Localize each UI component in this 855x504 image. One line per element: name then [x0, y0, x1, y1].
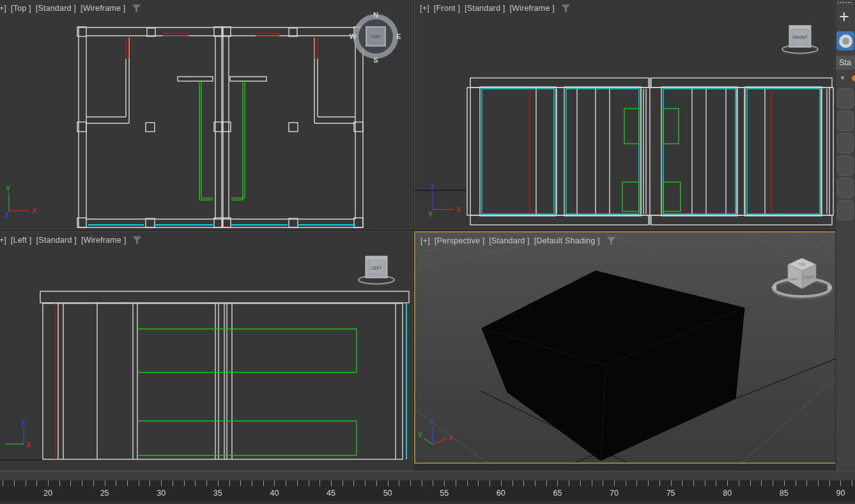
viewport-menu-general[interactable]: [+] [0, 236, 6, 245]
timeline-tick [388, 480, 389, 486]
timeline-tick [26, 480, 26, 486]
timeline-tick [433, 480, 433, 486]
viewport-menu-pov[interactable]: [Front ] [434, 4, 460, 13]
timeline-tick [818, 480, 819, 486]
timeline-tick [263, 480, 264, 486]
timeline-tick [626, 480, 626, 486]
timeline-tick [796, 480, 796, 486]
viewport-menu-renderer[interactable]: [Standard ] [36, 4, 76, 13]
viewport-top[interactable]: YXZ [+] [Top ] [Standard ] [Wireframe ] … [0, 0, 413, 229]
orange-dot-icon [852, 75, 855, 81]
timeline-frame-label: 70 [610, 489, 619, 498]
viewcube-face-label: TOP [371, 34, 381, 39]
timeline-tick [48, 480, 49, 486]
timeline-tick [82, 480, 82, 486]
viewport-menu-renderer[interactable]: [Standard ] [489, 236, 529, 245]
timeline-tick [14, 480, 15, 486]
viewport-menu-renderer[interactable]: [Standard ] [36, 236, 77, 245]
panel-object-button[interactable] [837, 133, 854, 153]
viewcube-compass[interactable]: TOP N E S W [348, 9, 403, 64]
timeline-tick [693, 480, 694, 486]
viewcube-top-label: TOP [799, 263, 806, 266]
viewport-menu-pov[interactable]: [Top ] [11, 4, 31, 13]
viewport-top-label: [+] [Top ] [Standard ] [Wireframe ] [0, 4, 141, 13]
svg-text:Z: Z [21, 418, 26, 426]
timeline-tick [399, 480, 399, 486]
filter-funnel-icon[interactable] [606, 237, 616, 245]
panel-object-button[interactable] [837, 88, 854, 109]
compass-west-label[interactable]: W [350, 33, 357, 40]
viewport-left[interactable]: ZX [+] [Left ] [Standard ] [Wireframe ] … [0, 231, 413, 471]
active-tool-button[interactable] [836, 31, 854, 50]
panel-object-button[interactable] [837, 200, 854, 220]
timeline-tick [150, 480, 150, 486]
viewport-menu-renderer[interactable]: [Standard ] [465, 4, 505, 13]
svg-text:X: X [32, 207, 37, 215]
timeline-tick [580, 480, 581, 486]
timeline-tick [557, 480, 558, 486]
chevron-down-icon: ▼ [840, 75, 845, 81]
timeline-tick [229, 480, 230, 486]
timeline-tick [218, 480, 219, 486]
viewcube-face-label: FRONT [793, 35, 807, 40]
svg-text:Y: Y [428, 210, 433, 218]
filter-funnel-icon[interactable] [561, 4, 571, 12]
timeline-ruler[interactable]: 202530354045505560657075808590 [0, 480, 855, 504]
panel-object-button[interactable] [837, 155, 854, 176]
viewport-menu-pov[interactable]: [Perspective ] [435, 236, 485, 245]
timeline-tick [535, 480, 535, 486]
svg-text:Z: Z [429, 418, 433, 425]
application-window: YXZ [+] [Top ] [Standard ] [Wireframe ] … [0, 0, 855, 504]
timeline-frame-label: 90 [836, 489, 845, 498]
viewcube-3d[interactable]: TOP LEFT FRONT [764, 244, 836, 303]
rollout-header[interactable]: ▼ [836, 70, 855, 86]
panel-drag-handle[interactable] [838, 2, 853, 3]
timeline: 202530354045505560657075808590 [0, 471, 855, 504]
filter-funnel-icon[interactable] [132, 4, 141, 12]
viewport-menu-general[interactable]: [+] [420, 4, 429, 13]
timeline-tick [353, 480, 354, 486]
timeline-tick [806, 480, 807, 486]
timeline-tick [59, 480, 60, 486]
timeline-tick [105, 480, 105, 486]
timeline-tick [569, 480, 569, 486]
viewport-menu-general[interactable]: [+] [420, 236, 430, 245]
timeline-tick [274, 480, 275, 486]
filter-funnel-icon[interactable] [132, 236, 142, 244]
timeline-frame-label: 75 [666, 489, 675, 498]
viewport-menu-shading[interactable]: [Default Shading ] [534, 236, 600, 245]
panel-object-button[interactable] [837, 111, 854, 131]
circle-icon [839, 34, 852, 48]
viewport-menu-shading[interactable]: [Wireframe ] [81, 236, 126, 245]
viewport-menu-shading[interactable]: [Wireframe ] [509, 4, 554, 13]
viewport-menu-shading[interactable]: [Wireframe ] [81, 4, 125, 13]
compass-north-label[interactable]: N [373, 11, 378, 19]
timeline-tick [478, 480, 479, 486]
viewport-menu-pov[interactable]: [Left ] [11, 236, 32, 245]
viewport-front[interactable]: ZXY [+] [Front ] [Standard ] [Wireframe … [414, 0, 835, 229]
timeline-tick [206, 480, 207, 486]
timeline-tick [829, 480, 830, 486]
track-bar[interactable] [0, 471, 855, 480]
category-dropdown[interactable]: Sta [836, 56, 855, 70]
timeline-frame-label: 45 [327, 489, 335, 498]
panel-object-button[interactable] [837, 178, 854, 198]
timeline-tick [365, 480, 366, 486]
timeline-frame-label: 80 [723, 489, 732, 498]
svg-text:Y: Y [418, 432, 422, 439]
viewport-front-label: [+] [Front ] [Standard ] [Wireframe ] [420, 4, 571, 13]
viewport-perspective[interactable]: ZXY [+] [Perspective ] [Standard ] [Defa… [414, 231, 836, 464]
timeline-tick [636, 480, 637, 486]
timeline-tick [93, 480, 94, 486]
timeline-tick [320, 480, 320, 486]
compass-south-label[interactable]: S [373, 56, 378, 64]
viewcube-front[interactable]: FRONT [765, 23, 835, 56]
plus-icon[interactable]: + [836, 6, 855, 30]
timeline-tick [501, 480, 502, 486]
timeline-frame-label: 35 [213, 489, 222, 498]
svg-text:Z: Z [430, 183, 435, 191]
viewcube-left[interactable]: LEFT [341, 254, 412, 287]
timeline-frame-label: 55 [440, 489, 449, 498]
viewport-menu-general[interactable]: [+] [0, 4, 6, 13]
compass-east-label[interactable]: E [396, 33, 401, 40]
